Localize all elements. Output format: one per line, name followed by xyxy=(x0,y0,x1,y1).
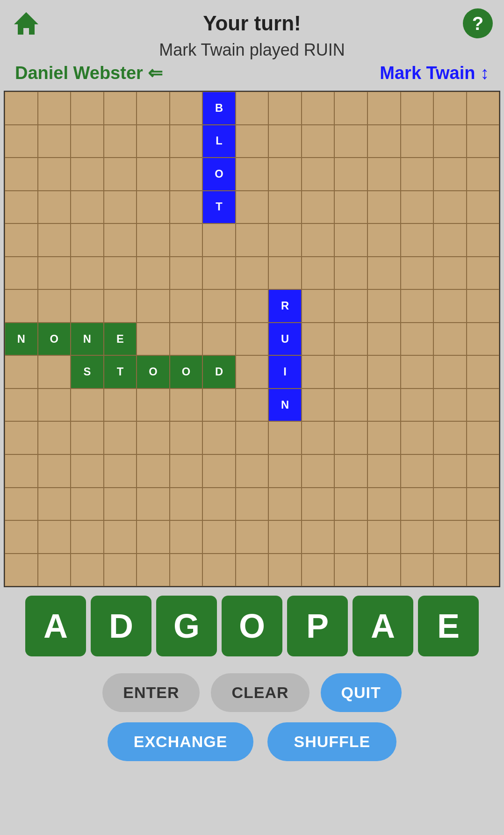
board-cell[interactable] xyxy=(302,488,335,521)
board-cell[interactable] xyxy=(302,520,335,554)
board-cell[interactable] xyxy=(170,223,203,257)
board-cell[interactable] xyxy=(38,289,71,323)
board-cell[interactable] xyxy=(236,520,269,554)
board-cell[interactable] xyxy=(467,554,500,587)
board-cell[interactable] xyxy=(236,389,269,422)
board-cell[interactable] xyxy=(5,389,38,422)
board-cell[interactable]: T xyxy=(104,355,137,389)
board-cell[interactable] xyxy=(302,389,335,422)
board-cell[interactable] xyxy=(202,289,236,323)
board-cell[interactable] xyxy=(367,454,401,488)
board-cell[interactable] xyxy=(38,355,71,389)
board-cell[interactable] xyxy=(268,125,302,158)
board-cell[interactable] xyxy=(236,257,269,290)
board-cell[interactable] xyxy=(401,191,434,224)
board-cell[interactable] xyxy=(38,257,71,290)
board-cell[interactable] xyxy=(236,323,269,356)
board-cell[interactable] xyxy=(433,389,467,422)
board-cell[interactable] xyxy=(334,125,367,158)
board-cell[interactable] xyxy=(5,554,38,587)
board-cell[interactable] xyxy=(170,421,203,454)
board-cell[interactable] xyxy=(367,125,401,158)
board-cell[interactable] xyxy=(137,389,170,422)
board-cell[interactable] xyxy=(137,421,170,454)
board-cell[interactable] xyxy=(5,421,38,454)
board-cell[interactable] xyxy=(38,554,71,587)
shuffle-button[interactable]: SHUFFLE xyxy=(267,722,396,761)
board-cell[interactable]: B xyxy=(202,92,236,125)
board-cell[interactable] xyxy=(137,454,170,488)
board-cell[interactable] xyxy=(401,125,434,158)
board-cell[interactable] xyxy=(433,92,467,125)
board-cell[interactable] xyxy=(137,488,170,521)
board-cell[interactable] xyxy=(202,454,236,488)
board-cell[interactable] xyxy=(137,191,170,224)
board-cell[interactable] xyxy=(38,223,71,257)
board-cell[interactable] xyxy=(202,223,236,257)
board-cell[interactable] xyxy=(334,554,367,587)
board-cell[interactable] xyxy=(268,257,302,290)
board-cell[interactable] xyxy=(334,289,367,323)
board-cell[interactable] xyxy=(104,454,137,488)
board-cell[interactable] xyxy=(268,92,302,125)
board-cell[interactable] xyxy=(467,191,500,224)
board-cell[interactable] xyxy=(71,421,104,454)
board-cell[interactable] xyxy=(401,554,434,587)
board-cell[interactable] xyxy=(401,421,434,454)
board-cell[interactable] xyxy=(433,289,467,323)
board-cell[interactable]: O xyxy=(202,158,236,191)
board-cell[interactable]: N xyxy=(5,323,38,356)
board-cell[interactable]: O xyxy=(38,323,71,356)
board-cell[interactable] xyxy=(71,520,104,554)
board-cell[interactable] xyxy=(170,191,203,224)
board-cell[interactable] xyxy=(467,323,500,356)
board-cell[interactable] xyxy=(71,125,104,158)
board-cell[interactable] xyxy=(137,92,170,125)
board-cell[interactable] xyxy=(302,454,335,488)
clear-button[interactable]: CLEAR xyxy=(211,673,309,712)
board-cell[interactable] xyxy=(104,389,137,422)
board-cell[interactable] xyxy=(467,421,500,454)
board-cell[interactable] xyxy=(401,355,434,389)
board-cell[interactable] xyxy=(367,520,401,554)
board-cell[interactable] xyxy=(71,289,104,323)
board-cell[interactable] xyxy=(71,223,104,257)
board-cell[interactable]: U xyxy=(268,323,302,356)
board-cell[interactable] xyxy=(433,158,467,191)
board-cell[interactable] xyxy=(236,191,269,224)
board-cell[interactable] xyxy=(137,158,170,191)
board-cell[interactable] xyxy=(5,454,38,488)
rack-tile-0[interactable]: A xyxy=(25,596,86,656)
board-cell[interactable] xyxy=(71,92,104,125)
board-cell[interactable] xyxy=(367,191,401,224)
board-cell[interactable] xyxy=(268,421,302,454)
board-cell[interactable] xyxy=(38,191,71,224)
board-cell[interactable] xyxy=(302,191,335,224)
board-cell[interactable] xyxy=(104,92,137,125)
board-cell[interactable] xyxy=(236,223,269,257)
board-cell[interactable] xyxy=(202,389,236,422)
board-cell[interactable] xyxy=(71,257,104,290)
board-cell[interactable] xyxy=(236,355,269,389)
board-cell[interactable] xyxy=(170,289,203,323)
board-cell[interactable] xyxy=(334,158,367,191)
board-cell[interactable] xyxy=(137,520,170,554)
board-cell[interactable] xyxy=(302,289,335,323)
board-cell[interactable] xyxy=(334,520,367,554)
board-cell[interactable] xyxy=(367,389,401,422)
board-cell[interactable] xyxy=(71,488,104,521)
board-cell[interactable] xyxy=(202,257,236,290)
board-cell[interactable] xyxy=(302,223,335,257)
board-cell[interactable] xyxy=(5,257,38,290)
board-cell[interactable] xyxy=(467,92,500,125)
board-cell[interactable] xyxy=(236,125,269,158)
board-cell[interactable] xyxy=(268,158,302,191)
board-cell[interactable] xyxy=(467,257,500,290)
rack-tile-4[interactable]: P xyxy=(287,596,348,656)
board-cell[interactable] xyxy=(433,191,467,224)
board-cell[interactable] xyxy=(236,421,269,454)
board-cell[interactable] xyxy=(268,191,302,224)
board-cell[interactable] xyxy=(367,488,401,521)
board-cell[interactable] xyxy=(202,421,236,454)
board-cell[interactable] xyxy=(170,92,203,125)
